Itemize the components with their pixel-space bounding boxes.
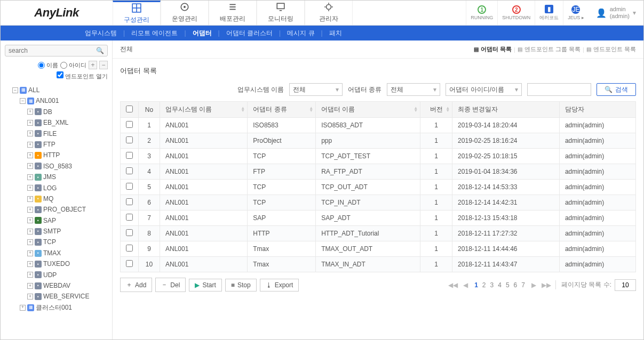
tree-node-jms[interactable]: +▪JMS: [27, 172, 108, 182]
tree-search[interactable]: 🔍: [5, 45, 108, 56]
expand-icon[interactable]: +: [27, 283, 33, 289]
expand-icon[interactable]: +: [27, 294, 33, 299]
status-shutdown[interactable]: 2 SHUTDOWN: [497, 1, 535, 25]
tree-node-tcp[interactable]: +▪TCP: [27, 237, 108, 247]
table-row[interactable]: 4ANL001FTPRA_FTP_ADT12019-01-04 18:34:36…: [121, 164, 636, 180]
tree-expand-button[interactable]: +: [89, 61, 97, 69]
expand-icon[interactable]: +: [20, 305, 26, 311]
filter-text-input[interactable]: [527, 83, 591, 96]
expand-icon[interactable]: +: [27, 142, 33, 148]
search-input[interactable]: [9, 47, 96, 54]
subnav-1[interactable]: 리모트 에이전트: [127, 29, 182, 38]
expand-icon[interactable]: +: [27, 239, 33, 245]
tree-node-log[interactable]: +▪LOG: [27, 183, 108, 193]
tree-node-anl001[interactable]: −▦ANL001: [20, 95, 108, 106]
filter-type-select[interactable]: 전체▾: [387, 83, 440, 96]
page-last[interactable]: ▶▶: [540, 281, 552, 289]
collapse-icon[interactable]: −: [12, 87, 18, 93]
view-tab-1[interactable]: ▤ 엔드포인트 그룹 목록: [518, 45, 581, 53]
sort-icon[interactable]: ▲▼: [241, 107, 245, 112]
col-5[interactable]: 버전▲▼: [420, 102, 452, 118]
radio-id[interactable]: 아이디: [60, 61, 86, 69]
status-errcode[interactable]: ▮ 에러코드: [535, 1, 563, 25]
tree-node-ftp[interactable]: +▪FTP: [27, 139, 108, 150]
nav-0[interactable]: 구성관리: [113, 1, 161, 25]
add-button[interactable]: ＋Add: [120, 278, 152, 292]
col-1[interactable]: No: [139, 102, 160, 118]
select-all[interactable]: [126, 106, 133, 112]
table-row[interactable]: 2ANL001ProObjectppp12019-02-25 18:16:24a…: [121, 133, 636, 149]
page-prev[interactable]: ◀: [462, 281, 469, 289]
pagesize-input[interactable]: [615, 279, 636, 291]
row-check[interactable]: [126, 136, 133, 143]
expand-icon[interactable]: +: [27, 152, 33, 158]
expand-icon[interactable]: +: [27, 272, 33, 278]
tree-node-tmax[interactable]: +▪TMAX: [27, 248, 108, 258]
row-check[interactable]: [126, 167, 133, 174]
status-running[interactable]: 1 RUNNING: [466, 1, 497, 25]
col-2[interactable]: 업무시스템 이름▲▼: [160, 102, 248, 118]
filter-idname-select[interactable]: 어댑터 아이디/이름▾: [446, 83, 522, 96]
tree-node-sap[interactable]: +▪SAP: [27, 215, 108, 226]
table-row[interactable]: 10ANL001TmaxTMAX_IN_ADT12018-12-11 14:43…: [121, 257, 636, 272]
tree-node-web_service[interactable]: +▪WEB_SERVICE: [27, 291, 108, 302]
sort-icon[interactable]: ▲▼: [446, 107, 450, 112]
tree-node-file[interactable]: +▪FILE: [27, 128, 108, 139]
tree-node-cluster[interactable]: +▦클러스터001: [20, 302, 108, 313]
row-check[interactable]: [126, 121, 133, 128]
endpoint-open-check[interactable]: 엔드포인트 열기: [57, 71, 108, 80]
filter-sys-select[interactable]: 전체▾: [289, 83, 343, 96]
table-row[interactable]: 6ANL001TCPTCP_IN_ADT12018-12-14 14:42:31…: [121, 195, 636, 211]
subnav-4[interactable]: 메시지 큐: [283, 29, 319, 38]
expand-icon[interactable]: +: [27, 261, 33, 267]
radio-name[interactable]: 이름: [38, 61, 58, 69]
sort-icon[interactable]: ▲▼: [309, 107, 313, 112]
view-tab-2[interactable]: ▤ 엔드포인트 목록: [586, 45, 636, 53]
expand-icon[interactable]: +: [27, 120, 33, 126]
search-icon[interactable]: 🔍: [96, 47, 104, 54]
expand-icon[interactable]: +: [27, 229, 33, 234]
tree-root[interactable]: −▦ALL: [12, 85, 108, 95]
tree-node-eb_xml[interactable]: +▪EB_XML: [27, 117, 108, 128]
view-tab-0[interactable]: ▤ 어댑터 목록: [474, 45, 512, 53]
page-first[interactable]: ◀◀: [447, 281, 459, 289]
status-jeus[interactable]: JE JEUS ▸: [563, 1, 589, 25]
tree-collapse-button[interactable]: −: [99, 61, 108, 69]
page-7[interactable]: 7: [519, 281, 527, 289]
expand-icon[interactable]: +: [27, 174, 33, 180]
row-check[interactable]: [126, 214, 133, 221]
stop-button[interactable]: ■Stop: [225, 279, 257, 292]
tree-node-smtp[interactable]: +▪SMTP: [27, 226, 108, 237]
page-2[interactable]: 2: [480, 281, 488, 289]
table-row[interactable]: 9ANL001TmaxTMAX_OUT_ADT12018-12-11 14:44…: [121, 241, 636, 257]
subnav-3[interactable]: 어댑터 클러스터: [222, 29, 277, 38]
row-check[interactable]: [126, 152, 133, 159]
row-check[interactable]: [126, 183, 133, 190]
search-button[interactable]: 🔍검색: [597, 83, 636, 96]
row-check[interactable]: [126, 198, 133, 205]
col-3[interactable]: 어댑터 종류▲▼: [248, 102, 316, 118]
collapse-icon[interactable]: −: [20, 98, 26, 104]
subnav-5[interactable]: 패치: [325, 29, 346, 38]
subnav-0[interactable]: 업무시스템: [81, 29, 121, 38]
tree-node-iso_8583[interactable]: +▪ISO_8583: [27, 161, 108, 172]
nav-1[interactable]: 운영관리: [161, 1, 209, 25]
start-button[interactable]: ▶Start: [189, 279, 221, 292]
expand-icon[interactable]: +: [27, 185, 33, 191]
page-1[interactable]: 1: [472, 281, 480, 289]
page-6[interactable]: 6: [512, 281, 520, 289]
col-7[interactable]: 담당자: [559, 102, 635, 118]
page-5[interactable]: 5: [504, 281, 512, 289]
page-4[interactable]: 4: [496, 281, 504, 289]
page-3[interactable]: 3: [488, 281, 496, 289]
table-row[interactable]: 5ANL001TCPTCP_OUT_ADT12018-12-14 14:53:3…: [121, 180, 636, 195]
col-6[interactable]: 최종 변경일자: [452, 102, 560, 118]
tree-node-http[interactable]: +▪HTTP: [27, 150, 108, 160]
subnav-2[interactable]: 어댑터: [188, 29, 216, 38]
expand-icon[interactable]: +: [27, 217, 33, 223]
del-button[interactable]: －Del: [155, 278, 186, 292]
table-row[interactable]: 1ANL001ISO8583ISO8583_ADT12019-03-14 18:…: [121, 118, 636, 133]
user-menu[interactable]: 👤 admin (admin) ▾: [589, 6, 643, 20]
expand-icon[interactable]: +: [27, 109, 33, 115]
expand-icon[interactable]: +: [27, 207, 33, 213]
